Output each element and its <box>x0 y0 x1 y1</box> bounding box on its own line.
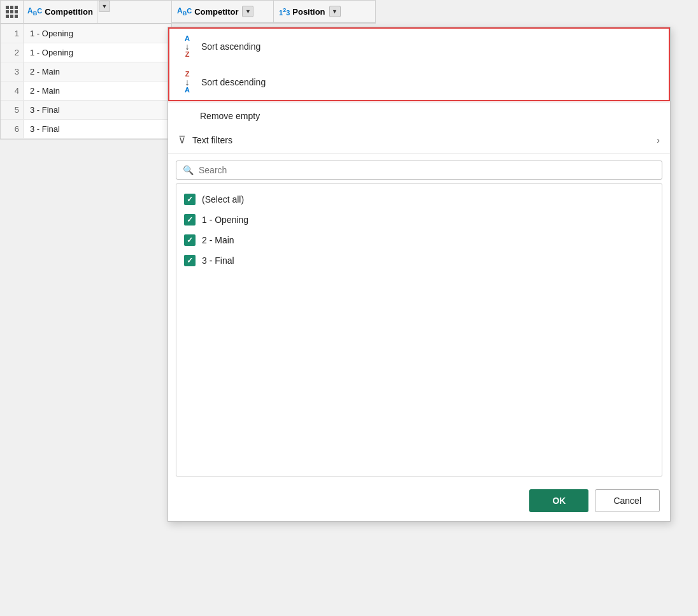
ok-button[interactable]: OK <box>529 489 588 512</box>
table-grid-icon <box>6 6 18 18</box>
grid-icon-cell <box>1 1 24 23</box>
remove-empty-item[interactable]: Remove empty <box>168 104 670 127</box>
competitor-header-label: Competitor <box>194 7 238 17</box>
checkbox-select-all[interactable]: ✓ (Select all) <box>176 189 662 210</box>
competition-column-header: ABC Competition <box>24 1 97 23</box>
competitor-dropdown-button[interactable]: ▼ <box>242 6 253 17</box>
checkbox-3-final[interactable]: ✓ 3 - Final <box>176 250 662 271</box>
sort-ascending-icon: A ↓ Z <box>180 35 195 58</box>
checkbox-3-final-label: 3 - Final <box>202 255 234 266</box>
table-row: 5 3 - Final <box>1 101 171 120</box>
sort-descending-item[interactable]: Z ↓ A Sort descending <box>169 64 669 100</box>
sort-ascending-label: Sort ascending <box>201 41 260 52</box>
filter-dropdown-panel: A ↓ Z Sort ascending Z ↓ A Sort descendi… <box>167 27 671 522</box>
checkbox-1-opening[interactable]: ✓ 1 - Opening <box>176 210 662 230</box>
sort-ascending-item[interactable]: A ↓ Z Sort ascending <box>169 29 669 64</box>
funnel-icon: ⊽ <box>178 134 186 146</box>
checkbox-select-all-label: (Select all) <box>202 194 244 204</box>
competition-cell: 2 - Main <box>24 62 171 81</box>
competitor-column-header: ABC Competitor ▼ <box>172 1 274 22</box>
position-header-label: Position <box>292 7 325 17</box>
competition-cell: 2 - Main <box>24 82 171 100</box>
extra-column-headers: ABC Competitor ▼ 123 Position ▼ <box>172 0 376 24</box>
competition-cell: 3 - Final <box>24 101 171 119</box>
cancel-button[interactable]: Cancel <box>595 489 660 512</box>
competition-header-label: Competition <box>45 7 93 17</box>
search-box[interactable]: 🔍 <box>176 161 662 180</box>
checkbox-2-main-label: 2 - Main <box>202 235 234 245</box>
checkbox-list: ✓ (Select all) ✓ 1 - Opening ✓ 2 - Main … <box>176 183 662 476</box>
sort-options-container: A ↓ Z Sort ascending Z ↓ A Sort descendi… <box>168 27 670 101</box>
position-column-header: 123 Position ▼ <box>274 1 376 22</box>
checkbox-3-final-icon: ✓ <box>184 255 196 266</box>
chevron-right-icon: › <box>657 135 660 145</box>
abc-type-icon: ABC <box>27 6 42 17</box>
text-filters-left: ⊽ Text filters <box>178 134 232 146</box>
table-row: 3 2 - Main <box>1 62 171 82</box>
num-type-icon: 123 <box>279 7 290 17</box>
row-number: 2 <box>1 43 24 62</box>
row-number: 5 <box>1 101 24 119</box>
checkbox-1-opening-label: 1 - Opening <box>202 215 248 225</box>
position-dropdown-button[interactable]: ▼ <box>329 6 341 17</box>
row-number: 3 <box>1 62 24 81</box>
abc-type-icon-2: ABC <box>177 6 192 17</box>
row-number: 1 <box>1 24 24 43</box>
text-filters-item[interactable]: ⊽ Text filters › <box>168 127 670 152</box>
competition-cell: 3 - Final <box>24 120 171 138</box>
checkbox-1-opening-icon: ✓ <box>184 214 196 226</box>
divider-1 <box>168 103 670 103</box>
sort-descending-label: Sort descending <box>201 77 266 87</box>
table-row: 6 3 - Final <box>1 120 171 139</box>
table-row: 2 1 - Opening <box>1 43 171 62</box>
search-input[interactable] <box>199 165 655 175</box>
checkbox-2-main-icon: ✓ <box>184 234 196 246</box>
table-row: 4 2 - Main <box>1 82 171 101</box>
row-number: 6 <box>1 120 24 138</box>
search-container: 🔍 <box>176 161 662 180</box>
sort-descending-icon: Z ↓ A <box>180 71 195 94</box>
table-row: 1 1 - Opening <box>1 24 171 43</box>
remove-empty-label: Remove empty <box>200 111 260 121</box>
search-icon: 🔍 <box>183 165 194 175</box>
divider-2 <box>168 154 670 154</box>
competition-cell: 1 - Opening <box>24 43 171 62</box>
competition-cell: 1 - Opening <box>24 24 171 43</box>
text-filters-label: Text filters <box>192 135 232 145</box>
checkbox-2-main[interactable]: ✓ 2 - Main <box>176 230 662 250</box>
button-row: OK Cancel <box>168 483 670 521</box>
row-number: 4 <box>1 82 24 100</box>
checkbox-select-all-icon: ✓ <box>184 194 196 205</box>
competition-dropdown-button[interactable]: ▼ <box>99 1 110 12</box>
